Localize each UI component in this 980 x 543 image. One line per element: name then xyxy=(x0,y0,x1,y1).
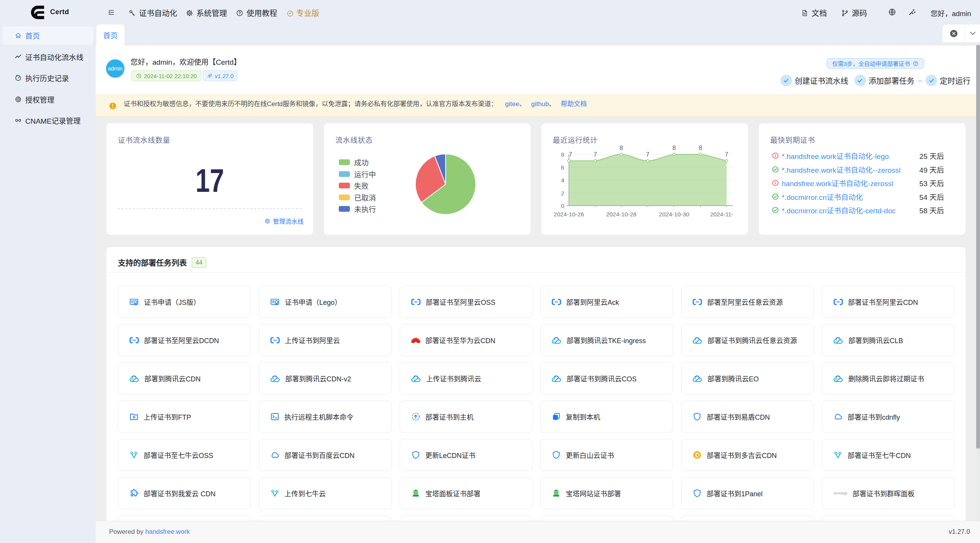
svg-text:8: 8 xyxy=(620,145,623,151)
svg-text:2024-10-28: 2024-10-28 xyxy=(606,211,636,218)
svg-text:8: 8 xyxy=(699,145,702,151)
svg-text:2: 2 xyxy=(561,190,564,196)
svg-text:4: 4 xyxy=(561,177,564,183)
svg-text:7: 7 xyxy=(594,151,597,158)
svg-text:2024-10-30: 2024-10-30 xyxy=(659,211,689,218)
svg-text:7: 7 xyxy=(725,151,728,158)
svg-text:2024-10-26: 2024-10-26 xyxy=(554,211,584,218)
svg-text:8: 8 xyxy=(561,151,564,158)
svg-text:7: 7 xyxy=(569,151,572,158)
svg-text:8: 8 xyxy=(673,145,676,151)
svg-text:6: 6 xyxy=(561,164,564,171)
svg-text:7: 7 xyxy=(646,151,650,158)
svg-text:0: 0 xyxy=(561,203,564,209)
svg-text:2024-11-: 2024-11- xyxy=(710,211,733,218)
